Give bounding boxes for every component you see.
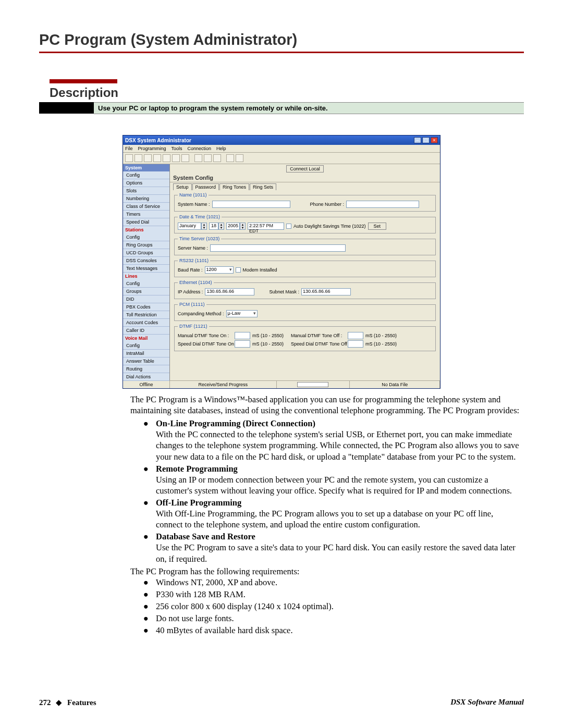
menu-file[interactable]: File — [125, 146, 133, 151]
toolbar-icon[interactable] — [213, 154, 221, 162]
tree-item[interactable]: Dial Actions — [123, 373, 169, 381]
manual-on-input[interactable] — [235, 332, 250, 339]
tree-item[interactable]: Numbering — [123, 195, 169, 203]
tree-item[interactable]: Ring Groups — [123, 241, 169, 249]
tree-header-lines[interactable]: Lines — [123, 273, 169, 280]
toolbar-icon[interactable] — [172, 154, 180, 162]
month-spinner[interactable]: January▲▼ — [178, 223, 207, 230]
tree-item[interactable]: Config — [123, 280, 169, 288]
tree-item[interactable]: IntraMail — [123, 350, 169, 357]
phone-number-label: Phone Number : — [310, 202, 345, 207]
subnet-mask-label: Subnet Mask : — [269, 289, 299, 294]
section-title: Description — [50, 85, 524, 100]
settings-panel: Name (1011) System Name : Phone Number :… — [170, 190, 440, 380]
menu-tools[interactable]: Tools — [172, 146, 182, 151]
page-title: PC Program (System Administrator) — [39, 31, 524, 48]
system-name-input[interactable] — [212, 201, 290, 208]
ip-address-label: IP Address : — [178, 289, 203, 294]
toolbar-icon[interactable] — [236, 154, 243, 162]
group-rs232: RS232 (1101) Baud Rate : 1200 Modem Inst… — [174, 258, 436, 277]
tree-item[interactable]: Config — [123, 342, 169, 350]
speed-on-input[interactable] — [235, 340, 250, 348]
group-timeserver: Time Server (1023) Server Name : — [174, 236, 436, 255]
intro-highlight: Use your PC or laptop to program the sys… — [94, 102, 524, 114]
server-name-input[interactable] — [210, 244, 346, 252]
tree-item[interactable]: Class of Service — [123, 203, 169, 211]
page-footer: 272 ◆ Features DSX Software Manual — [39, 698, 524, 707]
tree-item[interactable]: Caller ID — [123, 327, 169, 335]
content-title: System Config — [170, 174, 440, 182]
tree-item[interactable]: UCD Groups — [123, 249, 169, 257]
set-button[interactable]: Set — [368, 223, 387, 230]
tree-item[interactable]: Options — [123, 179, 169, 187]
toolbar-icon[interactable] — [204, 154, 212, 162]
toolbar-icon[interactable] — [134, 154, 142, 162]
toolbar-icon[interactable] — [226, 154, 234, 162]
toolbar-icon[interactable] — [125, 154, 133, 162]
requirement-bullets: ●Windows NT, 2000, XP and above. ●P330 w… — [143, 577, 521, 636]
menu-help[interactable]: Help — [216, 146, 226, 151]
tree-item[interactable]: Account Codes — [123, 319, 169, 327]
tree-item[interactable]: Speed Dial — [123, 218, 169, 226]
speed-off-input[interactable] — [348, 340, 363, 348]
black-margin-block — [39, 102, 94, 114]
manual-on-label: Manual DTMF Tone On : — [178, 333, 232, 338]
speed-off-label: Speed Dial DTMF Tone Off : — [291, 341, 346, 347]
status-progress-label: Receive/Send Progress — [170, 381, 277, 388]
tab-ringtones[interactable]: Ring Tones — [219, 183, 249, 190]
group-ethernet: Ethernet (1104) IP Address : 130.65.86.6… — [174, 280, 436, 299]
companding-select[interactable]: µ-Law — [226, 310, 258, 317]
tab-ringsets[interactable]: Ring Sets — [250, 183, 276, 190]
baud-rate-label: Baud Rate : — [178, 267, 203, 273]
phone-number-input[interactable] — [346, 201, 419, 208]
menu-programming[interactable]: Programming — [138, 146, 166, 151]
connect-local-button[interactable]: Connect Local — [286, 165, 324, 172]
maximize-button[interactable]: □ — [422, 137, 430, 143]
tree-item[interactable]: Toll Restriction — [123, 311, 169, 319]
toolbar-icon[interactable] — [153, 154, 161, 162]
tree-item[interactable]: Answer Table — [123, 357, 169, 365]
toolbar-icon[interactable] — [144, 154, 152, 162]
tab-setup[interactable]: Setup — [173, 183, 192, 190]
modem-label: Modem Installed — [243, 267, 277, 273]
tree-header-voicemail[interactable]: Voice Mail — [123, 335, 169, 342]
close-button[interactable]: × — [431, 137, 438, 143]
baud-rate-select[interactable]: 1200 — [205, 266, 234, 274]
modem-checkbox[interactable] — [236, 267, 241, 273]
toolbar — [123, 153, 440, 164]
app-window: DSX System Administrator – □ × File Prog… — [123, 135, 440, 389]
tree-item[interactable]: Config — [123, 171, 169, 179]
toolbar-icon[interactable] — [194, 154, 202, 162]
toolbar-icon[interactable] — [163, 154, 170, 162]
tree-item[interactable]: Groups — [123, 288, 169, 295]
footer-diamond: ◆ — [56, 698, 62, 707]
menu-connection[interactable]: Connection — [188, 146, 212, 151]
tab-password[interactable]: Password — [192, 183, 219, 190]
page-number: 272 — [39, 698, 51, 707]
toolbar-icon[interactable] — [181, 154, 189, 162]
tree-item[interactable]: PBX Codes — [123, 303, 169, 311]
tree-header-system[interactable]: System — [123, 164, 169, 171]
group-dtmf: DTMF (1121) Manual DTMF Tone On : mS (10… — [174, 324, 436, 351]
minimize-button[interactable]: – — [414, 137, 421, 143]
auto-dst-checkbox[interactable] — [286, 224, 291, 229]
intro-paragraph: The PC Program is a Windows™-based appli… — [130, 394, 521, 416]
tree-item[interactable]: DID — [123, 295, 169, 303]
manual-off-input[interactable] — [348, 332, 363, 339]
titlebar[interactable]: DSX System Administrator – □ × — [123, 135, 440, 145]
ip-address-input[interactable]: 130.65.86.66 — [205, 288, 254, 295]
tab-row: Setup Password Ring Tones Ring Sets — [170, 182, 440, 190]
status-progress-bar — [277, 381, 350, 388]
tree-item[interactable]: Text Messages — [123, 265, 169, 273]
year-spinner[interactable]: 2005▲▼ — [226, 223, 246, 230]
manual-off-label: Manual DTMF Tone Off : — [291, 333, 346, 338]
tree-item[interactable]: Timers — [123, 211, 169, 218]
tree-item[interactable]: Config — [123, 233, 169, 241]
tree-header-stations[interactable]: Stations — [123, 226, 169, 233]
tree-item[interactable]: Slots — [123, 187, 169, 195]
day-spinner[interactable]: 18▲▼ — [209, 223, 224, 230]
tree-item[interactable]: Routing — [123, 365, 169, 373]
tree-item[interactable]: DSS Consoles — [123, 257, 169, 265]
speed-on-label: Speed Dial DTMF Tone On : — [178, 341, 232, 347]
subnet-mask-input[interactable]: 130.65.86.66 — [301, 288, 351, 295]
